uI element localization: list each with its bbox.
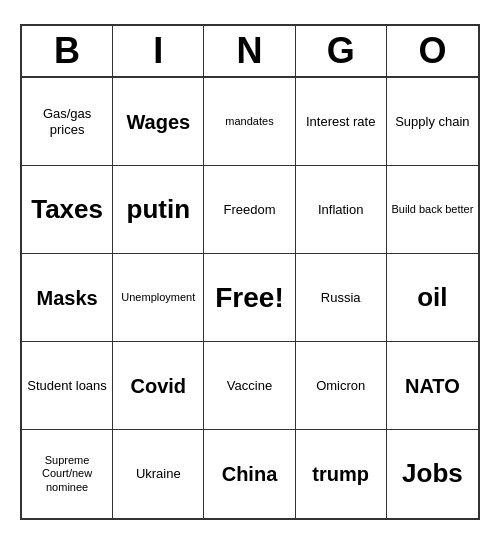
header-g: G xyxy=(296,26,387,76)
bingo-cell-1[interactable]: Wages xyxy=(113,78,204,166)
header-i: I xyxy=(113,26,204,76)
bingo-cell-19[interactable]: NATO xyxy=(387,342,478,430)
bingo-header: B I N G O xyxy=(22,26,478,78)
bingo-cell-21[interactable]: Ukraine xyxy=(113,430,204,518)
bingo-cell-2[interactable]: mandates xyxy=(204,78,295,166)
bingo-cell-15[interactable]: Student loans xyxy=(22,342,113,430)
bingo-cell-24[interactable]: Jobs xyxy=(387,430,478,518)
bingo-cell-22[interactable]: China xyxy=(204,430,295,518)
bingo-card: B I N G O Gas/gas pricesWagesmandatesInt… xyxy=(20,24,480,520)
bingo-cell-4[interactable]: Supply chain xyxy=(387,78,478,166)
bingo-cell-8[interactable]: Inflation xyxy=(296,166,387,254)
bingo-cell-7[interactable]: Freedom xyxy=(204,166,295,254)
bingo-cell-6[interactable]: putin xyxy=(113,166,204,254)
bingo-cell-13[interactable]: Russia xyxy=(296,254,387,342)
bingo-cell-11[interactable]: Unemployment xyxy=(113,254,204,342)
bingo-cell-5[interactable]: Taxes xyxy=(22,166,113,254)
bingo-cell-0[interactable]: Gas/gas prices xyxy=(22,78,113,166)
bingo-cell-10[interactable]: Masks xyxy=(22,254,113,342)
bingo-cell-9[interactable]: Build back better xyxy=(387,166,478,254)
bingo-cell-14[interactable]: oil xyxy=(387,254,478,342)
header-n: N xyxy=(204,26,295,76)
header-o: O xyxy=(387,26,478,76)
bingo-cell-17[interactable]: Vaccine xyxy=(204,342,295,430)
bingo-cell-20[interactable]: Supreme Court/new nominee xyxy=(22,430,113,518)
header-b: B xyxy=(22,26,113,76)
bingo-cell-16[interactable]: Covid xyxy=(113,342,204,430)
bingo-cell-12[interactable]: Free! xyxy=(204,254,295,342)
bingo-cell-3[interactable]: Interest rate xyxy=(296,78,387,166)
bingo-cell-18[interactable]: Omicron xyxy=(296,342,387,430)
bingo-grid: Gas/gas pricesWagesmandatesInterest rate… xyxy=(22,78,478,518)
bingo-cell-23[interactable]: trump xyxy=(296,430,387,518)
